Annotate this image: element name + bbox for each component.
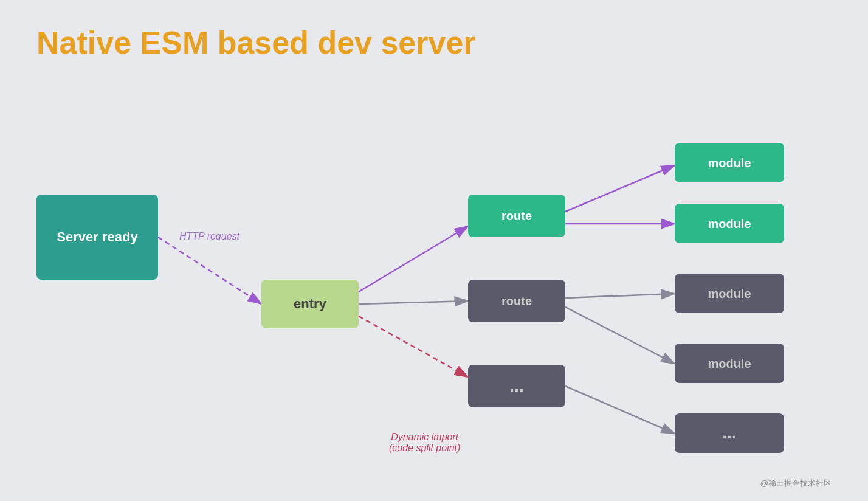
dots-gray-box: ... (468, 365, 565, 407)
module-dots-label: ... (722, 422, 736, 444)
svg-line-2 (359, 301, 468, 304)
entry-box: entry (261, 280, 359, 328)
module-1-label: module (708, 155, 751, 171)
svg-line-4 (565, 165, 675, 212)
svg-line-0 (158, 237, 261, 304)
module-1-box: module (675, 143, 784, 182)
module-2-box: module (675, 204, 784, 243)
route-gray-label: route (501, 293, 532, 309)
module-3-box: module (675, 274, 784, 313)
route-gray-box: route (468, 280, 565, 322)
module-2-label: module (708, 216, 751, 232)
svg-line-3 (359, 316, 468, 377)
module-3-label: module (708, 286, 751, 302)
slide-title: Native ESM based dev server (36, 24, 832, 61)
dynamic-import-label: Dynamic import(code split point) (389, 432, 460, 454)
module-4-label: module (708, 356, 751, 371)
svg-line-7 (565, 307, 675, 364)
diagram-area: Server ready entry route route ... modul… (0, 73, 868, 477)
watermark: @稀土掘金技术社区 (760, 478, 832, 489)
svg-line-1 (359, 226, 468, 292)
dots-gray-label: ... (509, 375, 523, 397)
http-request-label: HTTP request (179, 231, 239, 242)
route-green-box: route (468, 195, 565, 237)
svg-line-8 (565, 386, 675, 434)
module-dots-box: ... (675, 413, 784, 453)
module-4-box: module (675, 344, 784, 383)
entry-label: entry (294, 295, 326, 313)
server-ready-box: Server ready (36, 195, 158, 280)
route-green-label: route (501, 208, 532, 224)
slide: Native ESM based dev server (0, 0, 868, 501)
server-ready-label: Server ready (57, 229, 137, 246)
svg-line-6 (565, 294, 675, 298)
